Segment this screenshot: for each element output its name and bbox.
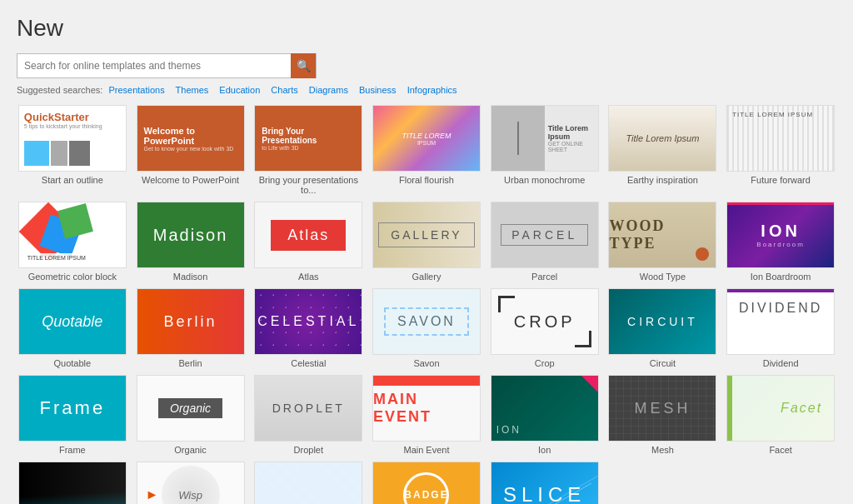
template-label-geo: Geometric color block xyxy=(28,272,117,282)
search-bar: 🔍 xyxy=(17,53,317,78)
template-thumb-geo: TITLE LOREM IPSUM xyxy=(18,202,127,268)
template-label-quickstarter: Start an outline xyxy=(42,175,103,185)
template-thumb-organic: Organic xyxy=(137,375,245,442)
suggested-business[interactable]: Business xyxy=(359,85,397,95)
template-label-urban: Urban monochrome xyxy=(504,175,585,185)
template-thumb-woodtype: WOOD TYPE xyxy=(608,202,716,268)
template-thumb-bring: Bring Your Presentations to Life with 3D xyxy=(254,105,362,172)
template-thumb-droplet: DROPLET xyxy=(254,375,362,442)
template-thumb-vapor: VAPOR TRAIL xyxy=(18,462,127,504)
template-organic[interactable]: Organic Organic xyxy=(135,375,247,455)
template-thumb-future: TITLE LOREM IPSUM xyxy=(726,105,835,172)
template-droplet[interactable]: DROPLET Droplet xyxy=(252,375,364,455)
template-circuit[interactable]: CIRCUIT Circuit xyxy=(607,288,719,368)
template-label-droplet: Droplet xyxy=(294,445,323,455)
suggested-education[interactable]: Education xyxy=(219,85,260,95)
template-thumb-quickstarter: QuickStarter 5 tips to kickstart your th… xyxy=(18,105,127,172)
template-label-frame: Frame xyxy=(59,445,86,455)
template-urban[interactable]: Title Lorem Ipsum GET ONLINE SHEET Urban… xyxy=(489,105,601,195)
template-thumb-mainevent: MAIN EVENT xyxy=(372,375,481,442)
template-vapor[interactable]: VAPOR TRAIL Vapor Trail xyxy=(17,462,128,504)
template-thumb-integral: INTEGRAL xyxy=(254,462,362,504)
template-ionboardroom[interactable]: ION Boardroom Ion Boardroom xyxy=(725,202,836,282)
template-thumb-atlas: Atlas xyxy=(254,202,362,268)
template-mesh[interactable]: MESH Mesh xyxy=(607,375,719,455)
suggested-label: Suggested searches: xyxy=(17,85,102,95)
template-thumb-wisp: ► Wisp xyxy=(137,462,245,504)
template-thumb-facet: Facet xyxy=(726,375,835,442)
template-woodtype[interactable]: WOOD TYPE Wood Type xyxy=(607,202,719,282)
suggested-infographics[interactable]: Infographics xyxy=(407,85,457,95)
template-wisp[interactable]: ► Wisp Wisp xyxy=(135,462,247,504)
template-thumb-crop: CROP xyxy=(491,288,599,355)
template-label-bring: Bring your presentations to... xyxy=(252,175,364,195)
template-geo[interactable]: TITLE LOREM IPSUM Geometric color block xyxy=(17,202,128,282)
template-label-earthy: Earthy inspiration xyxy=(627,175,698,185)
template-label-organic: Organic xyxy=(174,445,207,455)
template-slice[interactable]: SLICE Slice xyxy=(489,462,601,504)
template-celestial[interactable]: CELESTIAL Celestial xyxy=(252,288,364,368)
template-future[interactable]: TITLE LOREM IPSUM Future forward xyxy=(725,105,836,195)
template-label-atlas: Atlas xyxy=(298,272,318,282)
template-earthy[interactable]: Title Lorem Ipsum Earthy inspiration xyxy=(607,105,719,195)
template-parcel[interactable]: PARCEL Parcel xyxy=(489,202,601,282)
template-quickstarter[interactable]: QuickStarter 5 tips to kickstart your th… xyxy=(17,105,128,195)
template-thumb-mesh: MESH xyxy=(608,375,716,442)
template-thumb-badge: BADGE xyxy=(372,462,481,504)
template-berlin[interactable]: Berlin Berlin xyxy=(135,288,247,368)
template-dividend[interactable]: DIVIDEND Dividend xyxy=(725,288,836,368)
template-crop[interactable]: CROP Crop xyxy=(489,288,601,368)
template-thumb-celestial: CELESTIAL xyxy=(254,288,362,355)
template-integral[interactable]: INTEGRAL Integral xyxy=(252,462,364,504)
template-bring[interactable]: Bring Your Presentations to Life with 3D… xyxy=(252,105,364,195)
template-ion2[interactable]: ION Ion xyxy=(489,375,601,455)
search-input[interactable] xyxy=(17,60,291,72)
template-label-woodtype: Wood Type xyxy=(640,272,686,282)
template-label-ionboardroom: Ion Boardroom xyxy=(751,272,811,282)
qs-title: QuickStarter xyxy=(24,111,121,123)
template-savon[interactable]: SAVON Savon xyxy=(371,288,482,368)
template-thumb-parcel: PARCEL xyxy=(491,202,599,268)
suggested-presentations[interactable]: Presentations xyxy=(108,85,164,95)
page-title: New xyxy=(17,15,836,42)
template-madison[interactable]: Madison Madison xyxy=(135,202,247,282)
template-label-celestial: Celestial xyxy=(291,358,326,368)
template-thumb-slice: SLICE xyxy=(491,462,599,504)
template-facet[interactable]: Facet Facet xyxy=(725,375,836,455)
template-quotable[interactable]: Quotable Quotable xyxy=(17,288,128,368)
template-atlas[interactable]: Atlas Atlas xyxy=(252,202,364,282)
template-floral[interactable]: TITLE LOREM IPSUM Floral flourish xyxy=(371,105,482,195)
template-welcome[interactable]: Welcome to PowerPoint Get to know your n… xyxy=(135,105,247,195)
template-thumb-ionboardroom: ION Boardroom xyxy=(726,202,835,268)
template-thumb-ion2: ION xyxy=(491,375,599,442)
template-label-berlin: Berlin xyxy=(179,358,202,368)
template-badge[interactable]: BADGE Badge xyxy=(371,462,482,504)
page-container: New 🔍 Suggested searches: Presentations … xyxy=(0,0,853,504)
template-label-mainevent: Main Event xyxy=(403,445,449,455)
search-button[interactable]: 🔍 xyxy=(291,53,316,78)
template-thumb-earthy: Title Lorem Ipsum xyxy=(608,105,716,172)
template-label-welcome: Welcome to PowerPoint xyxy=(142,175,239,185)
template-mainevent[interactable]: MAIN EVENT Main Event xyxy=(371,375,482,455)
template-label-ion2: Ion xyxy=(538,445,551,455)
template-label-facet: Facet xyxy=(769,445,792,455)
template-thumb-urban: Title Lorem Ipsum GET ONLINE SHEET xyxy=(491,105,599,172)
suggested-searches: Suggested searches: Presentations Themes… xyxy=(17,85,836,95)
template-thumb-savon: SAVON xyxy=(372,288,481,355)
template-label-circuit: Circuit xyxy=(650,358,676,368)
suggested-charts[interactable]: Charts xyxy=(271,85,297,95)
template-thumb-floral: TITLE LOREM IPSUM xyxy=(372,105,481,172)
suggested-themes[interactable]: Themes xyxy=(176,85,209,95)
template-label-quotable: Quotable xyxy=(54,358,92,368)
template-label-floral: Floral flourish xyxy=(399,175,454,185)
template-thumb-madison: Madison xyxy=(137,202,245,268)
template-label-gallery: Gallery xyxy=(412,272,441,282)
template-thumb-welcome: Welcome to PowerPoint Get to know your n… xyxy=(137,105,245,172)
template-label-future: Future forward xyxy=(751,175,811,185)
template-gallery[interactable]: GALLERY Gallery xyxy=(371,202,482,282)
template-label-madison: Madison xyxy=(173,272,208,282)
template-frame[interactable]: Frame Frame xyxy=(17,375,128,455)
templates-grid: QuickStarter 5 tips to kickstart your th… xyxy=(17,105,836,504)
suggested-diagrams[interactable]: Diagrams xyxy=(309,85,348,95)
template-label-crop: Crop xyxy=(535,358,555,368)
